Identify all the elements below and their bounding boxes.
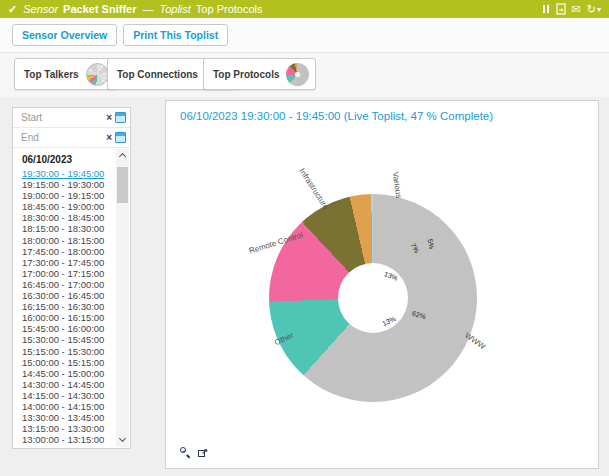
sensor-label: Sensor <box>23 3 58 15</box>
toplist-interval-item[interactable]: 14:15:00 - 14:30:00 <box>13 390 116 401</box>
pause-icon[interactable] <box>542 3 550 15</box>
toplist-interval-item[interactable]: 18:30:00 - 18:45:00 <box>13 212 116 223</box>
status-ok-check-icon: ✓ <box>8 3 17 16</box>
protocols-donut-chart[interactable] <box>269 194 477 402</box>
toplist-interval-item[interactable]: 13:15:00 - 13:30:00 <box>13 423 116 434</box>
date-header: 06/10/2023 <box>13 149 116 168</box>
open-in-new-window-icon[interactable]: ↗ <box>198 448 208 458</box>
toplist-interval-item[interactable]: 16:00:00 - 16:15:00 <box>13 312 116 323</box>
toplist-label: Toplist <box>159 3 190 15</box>
toplist-name: Top Protocols <box>196 3 263 15</box>
toplist-interval-item[interactable]: 19:00:00 - 19:15:00 <box>13 190 116 201</box>
end-date-row: × <box>13 128 130 148</box>
scroll-up-icon[interactable] <box>116 149 129 163</box>
zoom-in-icon[interactable]: + <box>180 447 191 458</box>
toplist-interval-item[interactable]: 15:00:00 - 15:15:00 <box>13 357 116 368</box>
end-date-input[interactable] <box>21 132 106 143</box>
toplist-interval-item[interactable]: 19:30:00 - 19:45:00 <box>13 168 116 179</box>
toplist-interval-item[interactable]: 15:45:00 - 16:00:00 <box>13 323 116 334</box>
tab-top-talkers[interactable]: Top Talkers <box>14 58 116 90</box>
toplist-interval-item[interactable]: 17:00:00 - 17:15:00 <box>13 268 116 279</box>
toplist-interval-item[interactable]: 16:15:00 - 16:30:00 <box>13 301 116 312</box>
print-toplist-button[interactable]: Print This Toplist <box>123 24 228 46</box>
slice-category-label: Infrastructure <box>297 167 330 211</box>
toplist-interval-item[interactable]: 13:30:00 - 13:45:00 <box>13 412 116 423</box>
scroll-down-icon[interactable] <box>116 433 129 447</box>
start-calendar-icon[interactable] <box>115 112 126 123</box>
slice-category-label: WWW <box>463 331 487 351</box>
tab-top-protocols-label: Top Protocols <box>213 69 279 80</box>
toplist-interval-item[interactable]: 17:30:00 - 17:45:00 <box>13 257 116 268</box>
end-calendar-icon[interactable] <box>115 132 126 143</box>
tab-top-protocols[interactable]: Top Protocols <box>203 58 316 90</box>
toplist-interval-item[interactable]: 15:15:00 - 15:30:00 <box>13 346 116 357</box>
toplist-interval-item[interactable]: 14:45:00 - 15:00:00 <box>13 368 116 379</box>
email-icon[interactable]: ✉ <box>572 3 581 15</box>
slice-category-label: Various <box>391 171 404 199</box>
tab-top-talkers-label: Top Talkers <box>24 69 79 80</box>
toplist-tabs-row: Top Talkers Top Connections Top Protocol… <box>0 53 609 97</box>
toplist-interval-item[interactable]: 16:30:00 - 16:45:00 <box>13 290 116 301</box>
interval-filter-panel: × × 06/10/2023 19:30:00 - 19:45:0019:15:… <box>12 107 131 449</box>
interval-list: 06/10/2023 19:30:00 - 19:45:0019:15:00 -… <box>13 149 116 448</box>
chart-title: 06/10/2023 19:30:00 - 19:45:00 (Live Top… <box>180 110 493 122</box>
toplist-interval-item[interactable]: 13:00:00 - 13:15:00 <box>13 434 116 445</box>
breadcrumb-separator: — <box>142 3 153 15</box>
dropdown-caret-icon: ▾ <box>597 5 601 14</box>
sensor-overview-button[interactable]: Sensor Overview <box>12 24 117 46</box>
toplist-interval-item[interactable]: 18:15:00 - 18:30:00 <box>13 223 116 234</box>
start-date-row: × <box>13 108 130 128</box>
interval-scrollbar[interactable] <box>116 149 129 447</box>
toolbar: Sensor Overview Print This Toplist <box>0 18 609 53</box>
top-protocols-pie-icon <box>286 63 309 86</box>
clear-start-icon[interactable]: × <box>106 113 112 123</box>
toplist-chart-panel: 06/10/2023 19:30:00 - 19:45:00 (Live Top… <box>165 100 599 469</box>
chart-footer-icons: + ↗ <box>180 447 208 458</box>
sensor-name[interactable]: Packet Sniffer <box>63 3 136 15</box>
scrollbar-thumb[interactable] <box>117 167 128 203</box>
toplist-interval-item[interactable]: 18:45:00 - 19:00:00 <box>13 201 116 212</box>
sensor-header-bar: ✓ Sensor Packet Sniffer — Toplist Top Pr… <box>0 0 609 18</box>
toplist-interval-item[interactable]: 15:30:00 - 15:45:00 <box>13 334 116 345</box>
start-date-input[interactable] <box>21 112 106 123</box>
toplist-interval-item[interactable]: 17:45:00 - 18:00:00 <box>13 246 116 257</box>
clear-end-icon[interactable]: × <box>106 133 112 143</box>
toplist-interval-item[interactable]: 14:30:00 - 14:45:00 <box>13 379 116 390</box>
report-icon[interactable] <box>556 3 566 15</box>
toplist-interval-item[interactable]: 19:15:00 - 19:30:00 <box>13 179 116 190</box>
top-talkers-pie-icon <box>86 63 109 86</box>
toplist-interval-item[interactable]: 14:00:00 - 14:15:00 <box>13 401 116 412</box>
refresh-icon[interactable]: ↻▾ <box>587 3 601 15</box>
toplist-interval-item[interactable]: 18:00:00 - 18:15:00 <box>13 235 116 246</box>
toplist-interval-item[interactable]: 16:45:00 - 17:00:00 <box>13 279 116 290</box>
tab-top-connections-label: Top Connections <box>117 69 198 80</box>
